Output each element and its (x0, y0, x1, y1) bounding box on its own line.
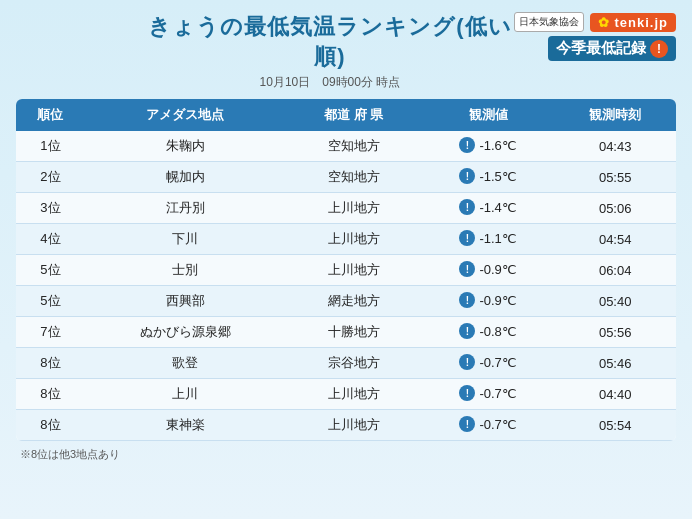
cell-value: -1.1℃ (479, 231, 516, 246)
cell-value: -0.7℃ (479, 417, 516, 432)
cell-rank: 5位 (16, 286, 85, 317)
season-low-icon: ! (459, 323, 475, 339)
cell-value: -0.8℃ (479, 324, 516, 339)
cell-rank: 8位 (16, 348, 85, 379)
cell-station: 士別 (85, 255, 286, 286)
cell-station: 上川 (85, 379, 286, 410)
cell-station: 江丹別 (85, 193, 286, 224)
cell-rank: 1位 (16, 131, 85, 162)
table-row: 5位士別上川地方!-0.9℃06:04 (16, 255, 676, 286)
logo-top: 日本気象協会 ✿ tenki.jp (514, 12, 676, 32)
cell-rank: 8位 (16, 379, 85, 410)
table-row: 8位上川上川地方!-0.7℃04:40 (16, 379, 676, 410)
season-low-icon: ! (459, 199, 475, 215)
cell-station: ぬかびら源泉郷 (85, 317, 286, 348)
cell-prefecture: 上川地方 (286, 193, 422, 224)
season-record-label: 今季最低記録 (556, 39, 646, 58)
cell-value: -1.4℃ (479, 200, 516, 215)
season-low-icon: ! (459, 261, 475, 277)
table-row: 2位幌加内空知地方!-1.5℃05:55 (16, 162, 676, 193)
cell-station: 幌加内 (85, 162, 286, 193)
season-low-icon: ! (459, 354, 475, 370)
cell-station: 東神楽 (85, 410, 286, 441)
table-row: 1位朱鞠内空知地方!-1.6℃04:43 (16, 131, 676, 162)
cell-value: -1.5℃ (479, 169, 516, 184)
date-time: 10月10日 09時00分 時点 (146, 74, 514, 91)
season-low-icon: ! (459, 137, 475, 153)
season-low-icon: ! (459, 385, 475, 401)
cell-time: 04:40 (554, 379, 676, 410)
cell-value: -0.7℃ (479, 355, 516, 370)
cell-alert: !-0.7℃ (422, 379, 555, 407)
table-row: 8位歌登宗谷地方!-0.7℃05:46 (16, 348, 676, 379)
season-badge: 今季最低記録 ! (548, 36, 676, 61)
cell-station: 下川 (85, 224, 286, 255)
cell-time: 05:40 (554, 286, 676, 317)
cell-alert: !-0.9℃ (422, 286, 555, 314)
table-row: 5位西興部網走地方!-0.9℃05:40 (16, 286, 676, 317)
cell-alert: !-1.1℃ (422, 224, 555, 252)
ranking-table: 順位 アメダス地点 都道 府 県 観測値 観測時刻 1位朱鞠内空知地方!-1.6… (16, 99, 676, 441)
table-wrapper: 順位 アメダス地点 都道 府 県 観測値 観測時刻 1位朱鞠内空知地方!-1.6… (16, 99, 676, 441)
col-prefecture: 都道 府 県 (286, 99, 422, 131)
cell-rank: 8位 (16, 410, 85, 441)
main-title: きょうの最低気温ランキング(低い順) (146, 12, 514, 72)
cell-prefecture: 上川地方 (286, 379, 422, 410)
season-low-icon: ! (459, 168, 475, 184)
table-row: 3位江丹別上川地方!-1.4℃05:06 (16, 193, 676, 224)
season-low-icon: ! (459, 292, 475, 308)
cell-alert: !-0.9℃ (422, 255, 555, 283)
col-rank: 順位 (16, 99, 85, 131)
logo-area: 日本気象協会 ✿ tenki.jp 今季最低記録 ! (514, 12, 676, 61)
cell-alert: !-0.7℃ (422, 410, 555, 438)
season-low-icon: ! (459, 416, 475, 432)
cell-value: -1.6℃ (479, 138, 516, 153)
cell-rank: 5位 (16, 255, 85, 286)
cell-prefecture: 上川地方 (286, 410, 422, 441)
col-value: 観測値 (422, 99, 555, 131)
col-station: アメダス地点 (85, 99, 286, 131)
alert-icon: ! (650, 40, 668, 58)
cell-rank: 7位 (16, 317, 85, 348)
col-time: 観測時刻 (554, 99, 676, 131)
table-row: 7位ぬかびら源泉郷十勝地方!-0.8℃05:56 (16, 317, 676, 348)
cell-alert: !-1.5℃ (422, 162, 555, 190)
title-area: きょうの最低気温ランキング(低い順) 10月10日 09時00分 時点 (146, 12, 514, 91)
page-container: きょうの最低気温ランキング(低い順) 10月10日 09時00分 時点 日本気象… (0, 0, 692, 519)
cell-station: 西興部 (85, 286, 286, 317)
cell-prefecture: 空知地方 (286, 162, 422, 193)
cell-prefecture: 上川地方 (286, 224, 422, 255)
tenki-logo: ✿ tenki.jp (590, 13, 676, 32)
cell-prefecture: 網走地方 (286, 286, 422, 317)
cell-rank: 3位 (16, 193, 85, 224)
cell-time: 04:43 (554, 131, 676, 162)
cell-time: 05:06 (554, 193, 676, 224)
cell-time: 06:04 (554, 255, 676, 286)
cell-time: 05:56 (554, 317, 676, 348)
cell-alert: !-0.8℃ (422, 317, 555, 345)
cell-prefecture: 上川地方 (286, 255, 422, 286)
cell-prefecture: 宗谷地方 (286, 348, 422, 379)
cell-rank: 4位 (16, 224, 85, 255)
cell-station: 朱鞠内 (85, 131, 286, 162)
cell-time: 05:55 (554, 162, 676, 193)
table-row: 4位下川上川地方!-1.1℃04:54 (16, 224, 676, 255)
season-low-icon: ! (459, 230, 475, 246)
cell-rank: 2位 (16, 162, 85, 193)
cell-time: 05:46 (554, 348, 676, 379)
cell-alert: !-1.6℃ (422, 131, 555, 159)
cell-prefecture: 空知地方 (286, 131, 422, 162)
table-row: 8位東神楽上川地方!-0.7℃05:54 (16, 410, 676, 441)
cell-time: 05:54 (554, 410, 676, 441)
cell-time: 04:54 (554, 224, 676, 255)
footnote: ※8位は他3地点あり (16, 447, 676, 462)
table-header-row: 順位 アメダス地点 都道 府 県 観測値 観測時刻 (16, 99, 676, 131)
cell-prefecture: 十勝地方 (286, 317, 422, 348)
jma-logo: 日本気象協会 (514, 12, 584, 32)
cell-value: -0.9℃ (479, 262, 516, 277)
cell-alert: !-1.4℃ (422, 193, 555, 221)
cell-value: -0.7℃ (479, 386, 516, 401)
header: きょうの最低気温ランキング(低い順) 10月10日 09時00分 時点 日本気象… (16, 12, 676, 91)
cell-value: -0.9℃ (479, 293, 516, 308)
cell-alert: !-0.7℃ (422, 348, 555, 376)
